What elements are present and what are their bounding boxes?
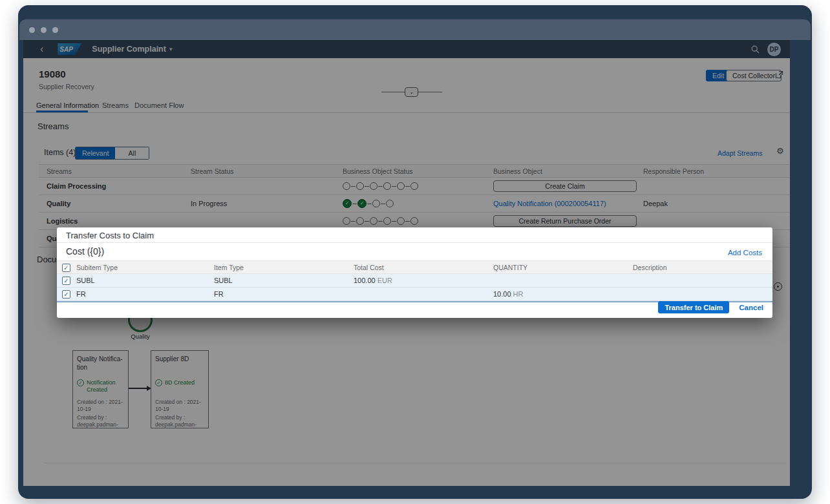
subitem-type-value: SUBL bbox=[76, 277, 95, 284]
cancel-button[interactable]: Cancel bbox=[739, 304, 763, 311]
cost-section-title: Cost ({0}) bbox=[66, 246, 104, 257]
window-frame: ‹ SAP Supplier Complaint ▾ DP 19080 Supp… bbox=[18, 5, 812, 499]
col-total-cost: Total Cost bbox=[354, 264, 384, 271]
total-cost-value: 100.00 EUR bbox=[354, 277, 392, 284]
window-control-dot[interactable] bbox=[29, 27, 35, 33]
select-all-checkbox[interactable]: ✓ bbox=[62, 264, 70, 272]
col-item-type: Item Type bbox=[214, 264, 244, 271]
subitem-type-value: FR bbox=[76, 290, 86, 298]
add-costs-link[interactable]: Add Costs bbox=[728, 249, 762, 257]
window-titlebar bbox=[19, 19, 811, 40]
transfer-to-claim-button[interactable]: Transfer to Claim bbox=[658, 301, 729, 313]
app-window: ‹ SAP Supplier Complaint ▾ DP 19080 Supp… bbox=[23, 40, 790, 486]
row-checkbox[interactable]: ✓ bbox=[62, 277, 70, 285]
dialog-title: Transfer Costs to Claim bbox=[66, 231, 154, 240]
transfer-costs-dialog: Transfer Costs to Claim Cost ({0}) Add C… bbox=[57, 227, 772, 318]
quantity-value: 10.00 HR bbox=[493, 290, 523, 298]
cost-table-header: ✓ Subitem Type Item Type Total Cost QUAN… bbox=[57, 260, 772, 274]
col-description: Description bbox=[633, 264, 667, 271]
row-checkbox[interactable]: ✓ bbox=[62, 290, 70, 299]
item-type-value: SUBL bbox=[214, 277, 233, 284]
cost-row[interactable]: ✓ SUBL SUBL 100.00 EUR bbox=[57, 274, 772, 288]
cost-row[interactable]: ✓ FR FR 10.00 HR bbox=[57, 288, 772, 301]
item-type-value: FR bbox=[214, 290, 224, 298]
window-control-dot[interactable] bbox=[52, 27, 58, 33]
quantity-unit: HR bbox=[513, 290, 524, 298]
dialog-footer: Transfer to Claim Cancel bbox=[658, 301, 763, 313]
dialog-title-border bbox=[57, 242, 772, 243]
col-subitem-type: Subitem Type bbox=[76, 264, 118, 271]
currency-unit: EUR bbox=[378, 277, 392, 284]
col-quantity: QUANTITY bbox=[493, 264, 527, 271]
window-control-dot[interactable] bbox=[41, 27, 47, 33]
